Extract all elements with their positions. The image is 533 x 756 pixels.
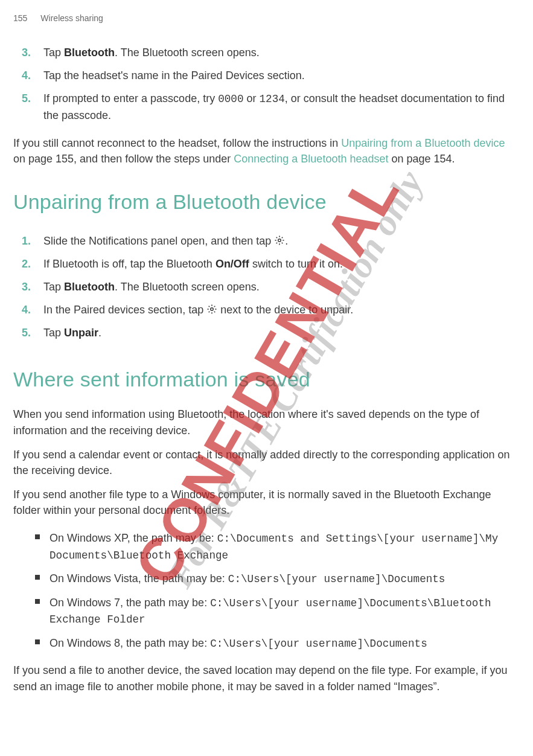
saved-p2: If you send a calendar event or contact,… bbox=[13, 447, 520, 478]
svg-rect-2 bbox=[35, 534, 40, 539]
list-item: 5. If prompted to enter a passcode, try … bbox=[13, 87, 520, 127]
unpair-steps: 1. Slide the Notifications panel open, a… bbox=[13, 229, 520, 344]
svg-point-1 bbox=[211, 308, 214, 311]
step-text: Tap the headset's name in the Paired Dev… bbox=[43, 68, 305, 83]
page-number: 155 bbox=[13, 12, 27, 24]
list-item: On Windows 8, the path may be: C:\Users\… bbox=[13, 632, 520, 656]
text: If Bluetooth is off, tap the Bluetooth bbox=[43, 258, 215, 270]
code: C:\Users\[your username]\Documents bbox=[228, 573, 445, 585]
text: on page 155, and then follow the steps u… bbox=[13, 153, 234, 165]
square-bullet-icon bbox=[35, 575, 41, 581]
link-unpairing[interactable]: Unpairing from a Bluetooth device bbox=[341, 137, 505, 149]
list-item: On Windows 7, the path may be: C:\Users\… bbox=[13, 591, 520, 632]
svg-rect-4 bbox=[35, 599, 40, 604]
text: Slide the Notifications panel open, and … bbox=[43, 235, 274, 247]
list-item: 4. Tap the headset's name in the Paired … bbox=[13, 64, 520, 87]
text-bold: On/Off bbox=[215, 258, 249, 270]
step-text: If prompted to enter a passcode, try 000… bbox=[43, 91, 520, 123]
text: If you still cannot reconnect to the hea… bbox=[13, 137, 341, 149]
page-header: 155 Wireless sharing bbox=[13, 12, 520, 24]
list-item: 3. Tap Bluetooth. The Bluetooth screen o… bbox=[13, 275, 520, 298]
step-number: 3. bbox=[22, 279, 35, 295]
paths-list: On Windows XP, the path may be: C:\Docum… bbox=[13, 527, 520, 655]
svg-point-0 bbox=[278, 239, 281, 242]
text: On Windows 8, the path may be: bbox=[49, 637, 210, 649]
step-text: In the Paired devices section, tap next … bbox=[43, 302, 353, 318]
saved-last: If you send a file to another device, th… bbox=[13, 662, 520, 694]
svg-rect-3 bbox=[35, 575, 40, 580]
code: 0000 bbox=[218, 93, 243, 105]
text: on page 154. bbox=[388, 153, 455, 165]
text: On Windows XP, the path may be: bbox=[49, 532, 217, 544]
saved-intro: When you send information using Bluetoot… bbox=[13, 406, 520, 438]
step-text: Tap Bluetooth. The Bluetooth screen open… bbox=[43, 279, 260, 295]
text: or bbox=[243, 92, 259, 104]
path-text: On Windows 7, the path may be: C:\Users\… bbox=[49, 595, 520, 628]
square-bullet-icon bbox=[35, 639, 41, 645]
reconnect-steps: 3. Tap Bluetooth. The Bluetooth screen o… bbox=[13, 41, 520, 127]
header-section: Wireless sharing bbox=[40, 12, 103, 24]
svg-rect-5 bbox=[35, 639, 40, 644]
text: If prompted to enter a passcode, try bbox=[43, 92, 218, 104]
list-item: On Windows Vista, the path may be: C:\Us… bbox=[13, 567, 520, 591]
step-number: 4. bbox=[22, 302, 35, 318]
text: On Windows 7, the path may be: bbox=[49, 597, 210, 609]
page: For R&TTE Certification only CONFIDENTIA… bbox=[0, 0, 533, 756]
square-bullet-icon bbox=[35, 534, 41, 540]
step-number: 2. bbox=[22, 256, 35, 272]
list-item: 5. Tap Unpair. bbox=[13, 321, 520, 344]
step-text: Slide the Notifications panel open, and … bbox=[43, 233, 288, 249]
text-bold: Unpair bbox=[64, 327, 98, 339]
saved-p3: If you send another file type to a Windo… bbox=[13, 487, 520, 518]
list-item: 3. Tap Bluetooth. The Bluetooth screen o… bbox=[13, 41, 520, 64]
list-item: 1. Slide the Notifications panel open, a… bbox=[13, 229, 520, 252]
path-text: On Windows XP, the path may be: C:\Docum… bbox=[49, 530, 520, 563]
step-number: 1. bbox=[22, 233, 35, 249]
step-number: 5. bbox=[22, 325, 35, 341]
text: . The Bluetooth screen opens. bbox=[115, 281, 260, 293]
step-text: Tap Bluetooth. The Bluetooth screen open… bbox=[43, 45, 260, 60]
path-text: On Windows Vista, the path may be: C:\Us… bbox=[49, 571, 445, 588]
text: . bbox=[98, 327, 101, 339]
step-number: 5. bbox=[22, 91, 35, 123]
text: Tap bbox=[43, 281, 64, 293]
code: C:\Users\[your username]\Documents bbox=[210, 638, 427, 650]
step-number: 3. bbox=[22, 45, 35, 60]
text: next to the device to unpair. bbox=[217, 304, 353, 316]
text: Tap bbox=[43, 46, 64, 59]
text: . The Bluetooth screen opens. bbox=[115, 46, 260, 59]
step-number: 4. bbox=[22, 68, 35, 83]
list-item: 4. In the Paired devices section, tap ne… bbox=[13, 298, 520, 321]
link-connecting-headset[interactable]: Connecting a Bluetooth headset bbox=[234, 153, 388, 165]
text: In the Paired devices section, tap bbox=[43, 304, 206, 316]
list-item: 2. If Bluetooth is off, tap the Bluetoot… bbox=[13, 252, 520, 275]
code: 1234 bbox=[259, 93, 284, 105]
reconnect-fail-paragraph: If you still cannot reconnect to the hea… bbox=[13, 135, 520, 167]
path-text: On Windows 8, the path may be: C:\Users\… bbox=[49, 635, 427, 652]
gear-icon bbox=[274, 234, 285, 245]
step-text: If Bluetooth is off, tap the Bluetooth O… bbox=[43, 256, 343, 272]
heading-where-saved: Where sent information is saved bbox=[13, 365, 520, 394]
text-bold: Bluetooth bbox=[64, 281, 115, 293]
text-bold: Bluetooth bbox=[64, 46, 115, 59]
text: On Windows Vista, the path may be: bbox=[49, 572, 228, 585]
list-item: On Windows XP, the path may be: C:\Docum… bbox=[13, 527, 520, 567]
text: switch to turn it on. bbox=[249, 258, 343, 270]
heading-unpairing: Unpairing from a Bluetooth device bbox=[13, 187, 520, 217]
text: Tap bbox=[43, 327, 64, 339]
square-bullet-icon bbox=[35, 599, 41, 605]
step-text: Tap Unpair. bbox=[43, 325, 101, 341]
text: . bbox=[285, 235, 288, 247]
gear-icon bbox=[206, 303, 217, 314]
